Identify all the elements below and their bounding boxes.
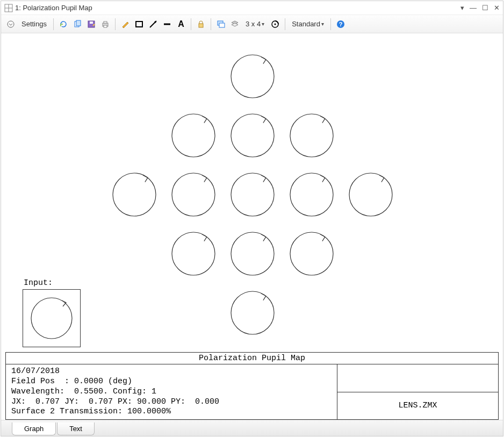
expand-settings-button[interactable] (4, 18, 17, 31)
titlebar: 1: Polarization Pupil Map ▾ — ☐ ✕ (1, 1, 503, 15)
pupil-marker (231, 114, 274, 157)
svg-point-28 (231, 173, 274, 216)
dropdown-menu-button[interactable]: ▾ (460, 4, 464, 12)
svg-point-27 (172, 173, 215, 216)
svg-point-29 (290, 173, 333, 216)
svg-rect-11 (136, 22, 142, 27)
pupil-marker (231, 55, 274, 98)
svg-point-19 (275, 23, 276, 25)
pupil-marker (290, 173, 333, 216)
svg-point-33 (290, 232, 333, 275)
svg-point-22 (231, 55, 274, 98)
help-icon[interactable]: ? (334, 18, 347, 31)
pupil-marker (172, 232, 215, 275)
chevron-down-icon: ▾ (321, 21, 324, 27)
pupil-marker (172, 173, 215, 216)
svg-text:?: ? (339, 21, 343, 27)
close-button[interactable]: ✕ (494, 4, 500, 12)
pupil-marker (349, 173, 392, 216)
grid-size[interactable]: 3 x 4▾ (242, 18, 268, 31)
footer-panel: Polarization Pupil Map 16/07/2018 Field … (5, 352, 499, 420)
svg-point-25 (290, 114, 333, 157)
input-ellipse-box (23, 289, 81, 347)
text-tool-icon[interactable]: A (175, 18, 188, 31)
rectangle-tool-icon[interactable] (133, 18, 146, 31)
tab-text[interactable]: Text (57, 422, 95, 435)
maximize-button[interactable]: ☐ (482, 4, 488, 12)
svg-point-24 (231, 114, 274, 157)
svg-point-32 (231, 232, 274, 275)
pupil-marker (113, 173, 156, 216)
toolbar: Settings A (1, 15, 503, 33)
footer-info: 16/07/2018 Field Pos : 0.0000 (deg) Wave… (6, 364, 337, 419)
pencil-icon[interactable] (119, 18, 132, 31)
svg-point-34 (231, 291, 274, 334)
refresh-icon[interactable] (57, 18, 70, 31)
pupil-marker (290, 114, 333, 157)
chevron-down-icon: ▾ (262, 21, 264, 27)
svg-rect-9 (104, 22, 107, 23)
svg-point-23 (172, 114, 215, 157)
pupil-marker (290, 232, 333, 275)
svg-point-3 (8, 21, 14, 27)
svg-rect-15 (199, 24, 203, 27)
footer-right-top (337, 364, 498, 392)
svg-rect-17 (219, 23, 225, 27)
copy-icon[interactable] (71, 18, 84, 31)
svg-point-26 (113, 173, 156, 216)
svg-point-31 (172, 232, 215, 275)
save-icon[interactable] (85, 18, 98, 31)
svg-rect-7 (90, 22, 93, 24)
pupil-marker (231, 232, 274, 275)
target-icon[interactable] (269, 18, 282, 31)
input-ellipse-icon (23, 290, 80, 347)
window: 1: Polarization Pupil Map ▾ — ☐ ✕ Settin… (1, 1, 503, 436)
pupil-marker (172, 114, 215, 157)
window-list-icon[interactable] (214, 18, 227, 31)
layers-icon[interactable] (228, 18, 241, 31)
settings-button[interactable]: Settings (18, 18, 50, 31)
tab-graph[interactable]: Graph (12, 422, 56, 435)
svg-point-30 (349, 173, 392, 216)
pupil-marker (231, 173, 274, 216)
pupil-marker (231, 291, 274, 334)
input-label: Input: (24, 278, 53, 288)
dash-tool-icon[interactable] (161, 18, 174, 31)
svg-rect-10 (104, 25, 107, 27)
tab-bar: Graph Text (1, 420, 503, 436)
print-icon[interactable] (99, 18, 112, 31)
app-icon (4, 4, 13, 12)
svg-rect-5 (76, 20, 81, 26)
lock-icon[interactable] (195, 18, 207, 31)
window-title: 1: Polarization Pupil Map (15, 4, 460, 12)
footer-right-bottom: LENS.ZMX (337, 392, 498, 419)
line-tool-icon[interactable] (147, 18, 160, 31)
standard-dropdown[interactable]: Standard▾ (289, 18, 327, 31)
plot-area[interactable]: Input: (1, 33, 503, 351)
svg-point-35 (31, 298, 72, 339)
minimize-button[interactable]: — (470, 4, 477, 12)
